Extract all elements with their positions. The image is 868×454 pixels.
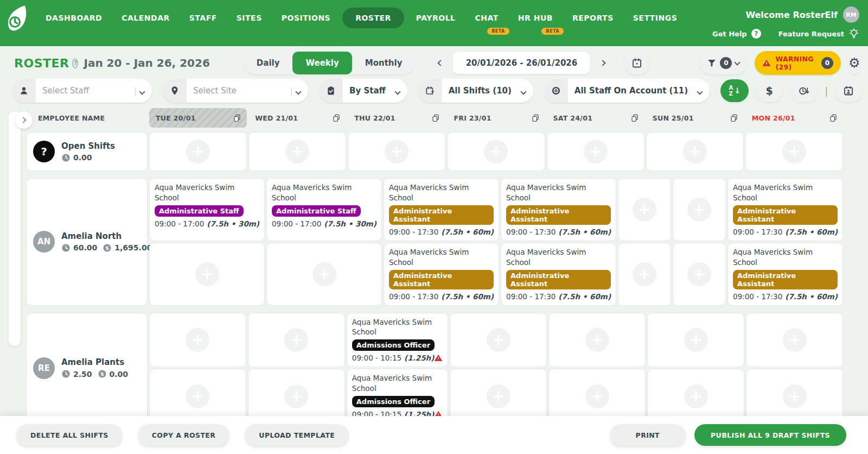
staff-calendar-button[interactable] — [834, 79, 863, 102]
next-week-button[interactable] — [593, 53, 614, 73]
shift-card[interactable]: Aqua Mavericks Swim School Administrativ… — [384, 178, 499, 241]
add-shift-cell[interactable]: + — [248, 313, 345, 368]
prev-week-button[interactable] — [429, 53, 450, 73]
nav-chat[interactable]: CHATBETA — [468, 8, 506, 28]
nav-calendar[interactable]: CALENDAR — [114, 8, 177, 28]
nav-payroll[interactable]: PAYROLL — [409, 8, 463, 28]
shift-card[interactable]: Aqua Mavericks Swim School Administrativ… — [727, 178, 843, 241]
staff-visibility-dropdown[interactable]: All Staff On Account (11) — [544, 79, 710, 103]
upload-template-button[interactable]: UPLOAD TEMPLATE — [245, 424, 349, 446]
employee-card-open-shifts[interactable]: ? Open Shifts 0.00 — [26, 132, 148, 171]
add-shift-cell[interactable]: + — [548, 369, 646, 424]
nav-settings[interactable]: SETTINGS — [626, 8, 685, 28]
column-header-wed[interactable]: WED 21/01 — [248, 108, 346, 128]
add-shift-cell[interactable]: + — [746, 369, 843, 424]
column-header-fri[interactable]: FRI 23/01 — [447, 108, 545, 128]
nav-roster[interactable]: ROSTER — [342, 8, 404, 28]
column-header-sun[interactable]: SUN 25/01 — [646, 108, 744, 128]
add-shift-cell[interactable]: + — [673, 243, 726, 306]
print-button[interactable]: PRINT — [610, 424, 686, 446]
sort-az-button[interactable]: AZ↓ — [720, 79, 749, 102]
add-shift-cell[interactable]: + — [266, 243, 382, 306]
add-shift-cell[interactable]: + — [450, 313, 547, 368]
date-range-input[interactable]: 20/01/2026 - 26/01/2026 — [453, 52, 590, 74]
expand-sidebar-button[interactable] — [15, 111, 33, 129]
dollar-icon — [98, 369, 107, 379]
filter-bar: Select Staff | Select Site | By Staff Al… — [0, 77, 868, 104]
add-shift-cell[interactable]: + — [149, 369, 246, 424]
view-daily-button[interactable]: Daily — [244, 52, 293, 74]
shift-card[interactable]: Aqua Mavericks Swim School Administrativ… — [266, 178, 382, 241]
add-shift-cell[interactable]: + — [547, 132, 644, 171]
copy-day-icon[interactable] — [531, 114, 540, 122]
nav-dashboard[interactable]: DASHBOARD — [38, 8, 110, 28]
pay-toggle-button[interactable]: $ — [755, 79, 783, 102]
shift-warning-icon[interactable] — [434, 354, 443, 362]
get-help-link[interactable]: Get Help — [712, 30, 747, 38]
add-shift-cell[interactable]: + — [149, 243, 265, 306]
copy-day-icon[interactable] — [233, 114, 241, 122]
add-shift-cell[interactable]: + — [647, 313, 744, 368]
add-shift-cell[interactable]: + — [548, 313, 646, 368]
copy-day-icon[interactable] — [332, 114, 341, 122]
shift-card[interactable]: Aqua Mavericks Swim School Administrativ… — [727, 243, 843, 306]
shift-card[interactable]: Aqua Mavericks Swim School Admissions Of… — [347, 369, 449, 424]
shift-card[interactable]: Aqua Mavericks Swim School Administrativ… — [501, 178, 616, 241]
nav-reports[interactable]: REPORTS — [565, 8, 621, 28]
shift-card[interactable]: Aqua Mavericks Swim School Administrativ… — [501, 243, 616, 306]
collapse-strip[interactable] — [9, 111, 21, 346]
shift-card[interactable]: Aqua Mavericks Swim School Administrativ… — [149, 178, 265, 241]
settings-gear-button[interactable]: ⚙ — [848, 52, 860, 74]
view-monthly-button[interactable]: Monthly — [352, 52, 416, 74]
employee-card-amelia-north[interactable]: AN Amelia North 60.00 1,695.00 — [26, 178, 148, 306]
column-header-thu[interactable]: THU 22/01 — [348, 108, 445, 128]
rosterelf-logo-icon[interactable] — [4, 3, 33, 34]
copy-day-icon[interactable] — [630, 114, 639, 122]
nav-positions[interactable]: POSITIONS — [274, 8, 338, 28]
roster-help-icon[interactable]: ? — [72, 58, 78, 68]
add-shift-cell[interactable]: + — [746, 313, 843, 368]
shift-card[interactable]: Aqua Mavericks Swim School Administrativ… — [384, 243, 499, 306]
publish-draft-shifts-button[interactable]: PUBLISH ALL 9 DRAFT SHIFTS — [694, 424, 846, 446]
add-shift-cell[interactable]: + — [450, 369, 547, 424]
add-shift-cell[interactable]: + — [618, 243, 671, 306]
nav-staff[interactable]: STAFF — [182, 8, 225, 28]
add-shift-cell[interactable]: + — [447, 132, 545, 171]
time-sort-button[interactable] — [790, 79, 818, 102]
shift-card[interactable]: Aqua Mavericks Swim School Admissions Of… — [347, 313, 449, 368]
view-weekly-button[interactable]: Weekly — [292, 52, 352, 74]
warning-button[interactable]: WARNING (29) 0 — [755, 51, 840, 75]
select-staff-dropdown[interactable]: Select Staff | — [12, 79, 152, 103]
add-shift-cell[interactable]: + — [348, 132, 445, 171]
add-shift-cell[interactable]: + — [248, 132, 346, 171]
position-badge: Administrative Assistant — [506, 270, 611, 289]
feature-request-link[interactable]: Feature Request — [778, 30, 844, 38]
copy-day-icon[interactable] — [829, 114, 838, 122]
group-by-dropdown[interactable]: By Staff — [319, 79, 407, 103]
lightbulb-icon[interactable] — [848, 28, 859, 39]
add-shift-cell[interactable]: + — [248, 369, 345, 424]
help-icon[interactable]: ? — [751, 29, 761, 39]
select-site-dropdown[interactable]: Select Site | — [163, 79, 308, 103]
column-header-tue[interactable]: TUE 20/01 — [149, 108, 247, 128]
user-avatar[interactable]: RM — [843, 7, 859, 23]
copy-a-roster-button[interactable]: COPY A ROSTER — [138, 424, 230, 446]
add-shift-cell[interactable]: + — [646, 132, 744, 171]
add-shift-cell[interactable]: + — [673, 178, 726, 241]
nav-sites[interactable]: SITES — [229, 8, 270, 28]
add-shift-cell[interactable]: + — [149, 313, 246, 368]
filter-button[interactable]: 0 — [699, 52, 747, 74]
add-shift-cell[interactable]: + — [745, 132, 843, 171]
copy-day-icon[interactable] — [730, 114, 738, 122]
add-shift-cell[interactable]: + — [618, 178, 671, 241]
column-header-sat[interactable]: SAT 24/01 — [547, 108, 644, 128]
copy-day-icon[interactable] — [431, 114, 440, 122]
delete-all-shifts-button[interactable]: DELETE ALL SHIFTS — [16, 424, 123, 446]
column-header-mon[interactable]: MON 26/01 — [745, 108, 843, 128]
add-shift-cell[interactable]: + — [149, 132, 247, 171]
employee-card-amelia-plants[interactable]: RE Amelia Plants 2.50 0.00 — [26, 313, 148, 424]
nav-hr-hub[interactable]: HR HUBBETA — [510, 8, 560, 28]
shifts-filter-dropdown[interactable]: All Shifts (10) — [418, 79, 533, 103]
add-shift-cell[interactable]: + — [647, 369, 744, 424]
calendar-picker-button[interactable] — [623, 52, 650, 74]
